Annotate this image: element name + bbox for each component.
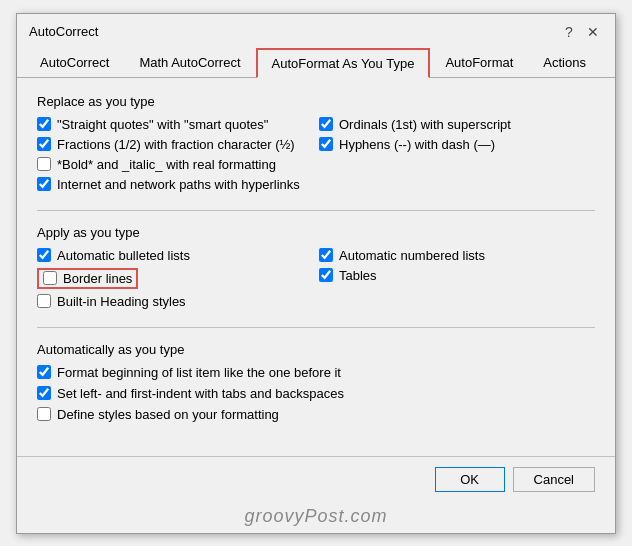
- format-beginning-checkbox[interactable]: [37, 365, 51, 379]
- ordinals-checkbox[interactable]: [319, 117, 333, 131]
- heading-styles-option[interactable]: Built-in Heading styles: [37, 294, 313, 309]
- tab-bar: AutoCorrect Math AutoCorrect AutoFormat …: [17, 48, 615, 78]
- apply-section: Apply as you type Automatic bulleted lis…: [37, 225, 595, 309]
- set-indent-checkbox[interactable]: [37, 386, 51, 400]
- divider-2: [37, 327, 595, 328]
- straight-quotes-checkbox[interactable]: [37, 117, 51, 131]
- apply-col1: Automatic bulleted lists Border lines Bu…: [37, 248, 313, 309]
- apply-col2: Automatic numbered lists Tables: [319, 248, 595, 309]
- internet-paths-option[interactable]: Internet and network paths with hyperlin…: [37, 177, 313, 192]
- tab-actions[interactable]: Actions: [528, 48, 601, 78]
- dialog-title: AutoCorrect: [29, 24, 98, 39]
- internet-paths-checkbox[interactable]: [37, 177, 51, 191]
- heading-styles-checkbox[interactable]: [37, 294, 51, 308]
- tab-autocorrect[interactable]: AutoCorrect: [25, 48, 124, 78]
- auto-numbered-option[interactable]: Automatic numbered lists: [319, 248, 595, 263]
- close-button[interactable]: ✕: [583, 22, 603, 42]
- replace-section-title: Replace as you type: [37, 94, 595, 109]
- apply-section-title: Apply as you type: [37, 225, 595, 240]
- dialog-content: Replace as you type "Straight quotes" wi…: [17, 78, 615, 456]
- format-beginning-option[interactable]: Format beginning of list item like the o…: [37, 365, 595, 380]
- replace-options: "Straight quotes" with "smart quotes" Fr…: [37, 117, 595, 192]
- auto-section: Automatically as you type Format beginni…: [37, 342, 595, 422]
- divider-1: [37, 210, 595, 211]
- auto-numbered-checkbox[interactable]: [319, 248, 333, 262]
- watermark: groovyPost.com: [17, 506, 615, 533]
- fractions-checkbox[interactable]: [37, 137, 51, 151]
- auto-options: Format beginning of list item like the o…: [37, 365, 595, 422]
- straight-quotes-option[interactable]: "Straight quotes" with "smart quotes": [37, 117, 313, 132]
- title-bar: AutoCorrect ? ✕: [17, 14, 615, 46]
- title-controls: ? ✕: [559, 22, 603, 42]
- auto-bullets-option[interactable]: Automatic bulleted lists: [37, 248, 313, 263]
- replace-col2: Ordinals (1st) with superscript Hyphens …: [319, 117, 595, 192]
- dialog-footer: OK Cancel: [17, 456, 615, 506]
- cancel-button[interactable]: Cancel: [513, 467, 595, 492]
- ok-button[interactable]: OK: [435, 467, 505, 492]
- border-lines-option[interactable]: Border lines: [37, 268, 313, 289]
- help-button[interactable]: ?: [559, 22, 579, 42]
- replace-section: Replace as you type "Straight quotes" wi…: [37, 94, 595, 192]
- tables-checkbox[interactable]: [319, 268, 333, 282]
- ordinals-option[interactable]: Ordinals (1st) with superscript: [319, 117, 595, 132]
- tab-autoformat-as-you-type[interactable]: AutoFormat As You Type: [256, 48, 431, 78]
- bold-italic-checkbox[interactable]: [37, 157, 51, 171]
- border-lines-highlight: Border lines: [37, 268, 138, 289]
- hyphens-option[interactable]: Hyphens (--) with dash (—): [319, 137, 595, 152]
- tab-autoformat[interactable]: AutoFormat: [430, 48, 528, 78]
- border-lines-checkbox[interactable]: [43, 271, 57, 285]
- apply-options: Automatic bulleted lists Border lines Bu…: [37, 248, 595, 309]
- auto-section-title: Automatically as you type: [37, 342, 595, 357]
- fractions-option[interactable]: Fractions (1/2) with fraction character …: [37, 137, 313, 152]
- autocorrect-dialog: AutoCorrect ? ✕ AutoCorrect Math AutoCor…: [16, 13, 616, 534]
- tab-math-autocorrect[interactable]: Math AutoCorrect: [124, 48, 255, 78]
- tables-option[interactable]: Tables: [319, 268, 595, 283]
- auto-bullets-checkbox[interactable]: [37, 248, 51, 262]
- hyphens-checkbox[interactable]: [319, 137, 333, 151]
- define-styles-checkbox[interactable]: [37, 407, 51, 421]
- replace-col1: "Straight quotes" with "smart quotes" Fr…: [37, 117, 313, 192]
- bold-italic-option[interactable]: *Bold* and _italic_ with real formatting: [37, 157, 313, 172]
- define-styles-option[interactable]: Define styles based on your formatting: [37, 407, 595, 422]
- set-indent-option[interactable]: Set left- and first-indent with tabs and…: [37, 386, 595, 401]
